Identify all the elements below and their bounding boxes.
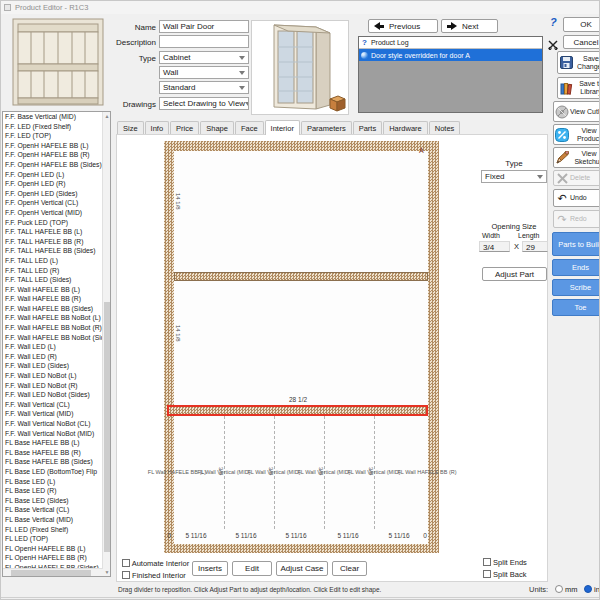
toe-button[interactable]: Toe [552, 299, 600, 316]
list-item[interactable]: F.F. Wall Vertical NoBot (CL) [3, 419, 103, 429]
list-item[interactable]: F.F. Wall LED (L) [3, 342, 103, 352]
split-back-checkbox[interactable]: Split Back [483, 570, 526, 579]
list-item[interactable]: F.F. Wall LED (R) [3, 352, 103, 362]
width-input[interactable]: 3/4 [479, 241, 510, 252]
list-item[interactable]: F.F. OpenH HAFELE BB (L) [3, 141, 103, 151]
list-horizontal-scrollbar[interactable] [3, 568, 103, 576]
description-input[interactable] [159, 35, 249, 48]
list-item[interactable]: F.F. Base Vertical (MID) [3, 112, 103, 122]
list-item[interactable]: F.F. OpenH LED (R) [3, 179, 103, 189]
list-item[interactable]: F.F. TALL HAFELE BB (L) [3, 227, 103, 237]
tab[interactable]: Shape [200, 121, 234, 135]
previous-button[interactable]: Previous [368, 19, 438, 33]
opening-type-select[interactable]: Fixed [481, 170, 547, 183]
list-item[interactable]: F.F. OpenH HAFELE BB (R) [3, 150, 103, 160]
list-item[interactable]: F.F. Wall LED NoBot (L) [3, 371, 103, 381]
list-item[interactable]: F.F. Wall HAFELE BB NoBot (R) [3, 323, 103, 333]
list-item[interactable]: F.F. LED (Fixed Shelf) [3, 122, 103, 132]
finished-interior-checkbox[interactable]: Finished Interior [122, 571, 186, 580]
tab[interactable]: Size [117, 121, 144, 135]
standard-select[interactable]: Standard [159, 81, 249, 94]
list-item[interactable]: F.F. Wall HAFELE BB (L) [3, 285, 103, 295]
save-to-library-button[interactable]: Save to Library [557, 77, 600, 99]
radio-icon[interactable] [555, 585, 563, 593]
ends-button[interactable]: Ends [552, 259, 600, 276]
list-item[interactable]: F.F. OpenH LED (L) [3, 170, 103, 180]
list-item[interactable]: F.F. TALL LED (R) [3, 266, 103, 276]
list-item[interactable]: FL Base LED (R) [3, 486, 103, 496]
list-item[interactable]: FL OpenH HAFELE BB (R) [3, 553, 103, 563]
tab[interactable]: Interior [265, 120, 300, 135]
list-item[interactable]: F.F. LED (TOP) [3, 131, 103, 141]
length-input[interactable]: 29 [522, 241, 548, 252]
list-item[interactable]: F.F. Wall HAFELE BB (R) [3, 294, 103, 304]
edit-button[interactable]: Edit [232, 561, 272, 576]
clear-button[interactable]: Clear [332, 561, 367, 576]
list-item[interactable]: FL Base HAFELE BB (Sides) [3, 457, 103, 467]
scroll-up-icon[interactable]: ▲ [103, 112, 111, 120]
list-vertical-scrollbar[interactable]: ▲ ▼ [102, 112, 110, 576]
list-item[interactable]: F.F. Wall Vertical (CL) [3, 400, 103, 410]
tab[interactable]: Hardware [383, 121, 428, 135]
type-select[interactable]: Cabinet [159, 51, 249, 64]
list-item[interactable]: FL Base HAFELE BB (L) [3, 438, 103, 448]
list-item[interactable]: F.F. TALL HAFELE BB (R) [3, 237, 103, 247]
list-item[interactable]: F.F. Wall HAFELE BB NoBot (Sides) [3, 333, 103, 343]
list-item[interactable]: F.F. Puck LED (TOP) [3, 218, 103, 228]
units-in-radio[interactable]: in [584, 585, 600, 594]
automate-interior-checkbox[interactable]: Automate Interior [122, 559, 189, 568]
list-item[interactable]: FL Base Vertical (CL) [3, 505, 103, 515]
scroll-down-icon[interactable]: ▼ [103, 568, 111, 576]
scrollbar-thumb[interactable] [104, 302, 110, 552]
parts-to-build-button[interactable]: Parts to Build [552, 232, 600, 256]
list-item[interactable]: F.F. TALL LED (Sides) [3, 275, 103, 285]
name-input[interactable]: Wall Pair Door [159, 20, 249, 33]
list-item[interactable]: F.F. Wall LED NoBot (R) [3, 381, 103, 391]
inserts-button[interactable]: Inserts [192, 561, 228, 576]
list-item[interactable]: FL OpenH HAFELE BB (L) [3, 544, 103, 554]
adjust-part-button[interactable]: Adjust Part [482, 267, 547, 281]
list-item[interactable]: FL Base HAFELE BB (R) [3, 448, 103, 458]
selected-divider[interactable] [167, 405, 428, 416]
tab[interactable]: Price [170, 121, 199, 135]
view-product-button[interactable]: View Product [553, 124, 600, 145]
undo-button[interactable]: ↶ Undo [553, 189, 600, 207]
list-item[interactable]: F.F. Wall HAFELE BB (Sides) [3, 304, 103, 314]
list-item[interactable]: F.F. Wall Vertical (MID) [3, 409, 103, 419]
checkbox-icon[interactable] [122, 571, 130, 579]
list-item[interactable]: F.F. TALL LED (L) [3, 256, 103, 266]
tab[interactable]: Notes [429, 121, 461, 135]
scribe-button[interactable]: Scribe [552, 279, 600, 296]
list-item[interactable]: FL Base Vertical (MID) [3, 515, 103, 525]
adjust-case-button[interactable]: Adjust Case [276, 561, 328, 576]
list-item[interactable]: F.F. OpenH Vertical (CL) [3, 198, 103, 208]
drawings-select[interactable]: Select Drawing to View [159, 97, 249, 110]
split-ends-checkbox[interactable]: Split Ends [483, 558, 527, 567]
product-log-entry[interactable]: Door style overridden for door A [359, 49, 542, 61]
view-sketchup-button[interactable]: View Sketchup [553, 147, 600, 168]
view-cutlist-button[interactable]: View Cutlist [553, 101, 600, 122]
tab[interactable]: Parameters [301, 121, 352, 135]
scrollbar-thumb[interactable] [11, 570, 91, 576]
list-item[interactable]: F.F. Wall HAFELE BB NoBot (L) [3, 313, 103, 323]
product-3d-preview[interactable] [251, 20, 349, 115]
checkbox-icon[interactable] [483, 558, 491, 566]
redo-button[interactable]: ↷ Redo [553, 210, 600, 228]
checkbox-icon[interactable] [122, 559, 130, 567]
delete-button[interactable]: Delete [553, 170, 600, 186]
list-item[interactable]: F.F. TALL HAFELE BB (Sides) [3, 246, 103, 256]
list-item[interactable]: F.F. OpenH HAFELE BB (Sides) [3, 160, 103, 170]
tab[interactable]: Face [235, 121, 264, 135]
checkbox-icon[interactable] [483, 570, 491, 578]
subtype-select[interactable]: Wall [159, 66, 249, 79]
list-item[interactable]: F.F. Wall Vertical NoBot (MID) [3, 429, 103, 439]
ok-button[interactable]: OK [563, 17, 600, 32]
save-changes-button[interactable]: Save Changes [557, 51, 600, 74]
list-item[interactable]: FL Base LED (Sides) [3, 496, 103, 506]
next-button[interactable]: Next [441, 19, 498, 33]
tab[interactable]: Parts [353, 121, 383, 135]
tab[interactable]: Info [145, 121, 170, 135]
help-icon[interactable]: ? [550, 16, 557, 28]
radio-selected-icon[interactable] [584, 585, 592, 593]
fixed-shelf-divider[interactable] [174, 272, 428, 281]
